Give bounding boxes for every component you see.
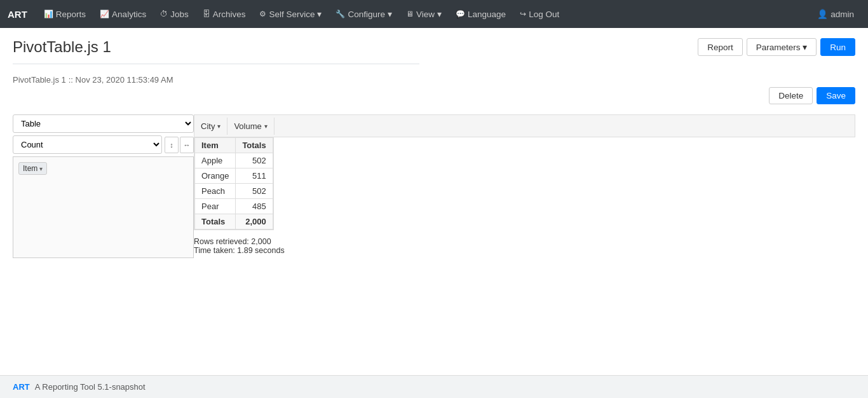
col-header-city[interactable]: City ▾ [194,118,227,135]
sort-icons: ↕ ↔ [165,137,194,153]
navbar: ART 📊 Reports 📈 Analytics ⏱ Jobs 🗄 Archi… [0,0,868,28]
pivot-table: Item Totals Apple502Orange511Peach502Pea… [194,137,273,230]
parameters-dropdown-arrow: ▾ [803,43,807,52]
nav-configure[interactable]: 🔧 Configure ▾ [329,0,398,28]
col-item: Item [195,138,236,153]
nav-items: 📊 Reports 📈 Analytics ⏱ Jobs 🗄 Archives … [37,0,811,28]
report-button[interactable]: Report [698,38,743,56]
aggregator-select[interactable]: Count [13,135,162,154]
nav-admin[interactable]: 👤 admin [811,0,860,28]
nav-right: 👤 admin [811,0,860,28]
nav-archives[interactable]: 🗄 Archives [196,0,252,28]
selfservice-dropdown-arrow: ▾ [317,9,322,19]
monitor-icon: 🖥 [406,10,414,18]
admin-icon: 👤 [817,9,828,19]
drag-zone[interactable]: Item ▾ [13,156,194,258]
archive-icon: 🗄 [203,10,210,18]
table-cell-item: Orange [195,168,236,184]
logout-icon: ↪ [520,10,526,18]
table-row: Orange511 [195,168,273,184]
run-button[interactable]: Run [820,38,855,56]
row-field-tag[interactable]: Item ▾ [18,162,47,175]
nav-jobs[interactable]: ⏱ Jobs [154,0,195,28]
table-row: Pear485 [195,199,273,214]
pivot-table-wrapper: Item Totals Apple502Orange511Peach502Pea… [194,137,274,230]
volume-arrow: ▾ [264,123,268,130]
nav-language[interactable]: 💬 Language [449,0,512,28]
pivot-right: City ▾ Volume ▾ Item Totals [194,114,855,255]
analytics-icon: 📈 [100,10,109,18]
aggregator-row: Count ↕ ↔ [13,135,194,154]
table-row: Peach502 [195,184,273,199]
footer-description: A Reporting Tool 5.1-snapshot [35,382,146,392]
bar-chart-icon: 📊 [44,10,53,18]
renderer-row: Table [13,114,194,133]
totals-value: 2,000 [236,214,273,230]
time-taken: Time taken: 1.89 seconds [194,246,855,255]
table-cell-item: Apple [195,153,236,168]
rows-retrieved: Rows retrieved: 2,000 [194,237,855,246]
table-cell-totals: 485 [236,199,273,214]
col-header-row: City ▾ Volume ▾ [194,114,855,137]
table-header-row: Item Totals [195,138,273,153]
report-subtitle: PivotTable.js 1 :: Nov 23, 2020 11:53:49… [13,74,855,85]
table-row: Apple502 [195,153,273,168]
city-arrow: ▾ [217,123,220,130]
view-dropdown-arrow: ▾ [437,9,442,19]
totals-label: Totals [195,214,236,230]
nav-logout[interactable]: ↪ Log Out [513,0,566,28]
table-cell-totals: 511 [236,168,273,184]
page-title: PivotTable.js 1 [13,38,111,56]
table-cell-totals: 502 [236,184,273,199]
col-totals: Totals [236,138,273,153]
table-cell-item: Pear [195,199,236,214]
sort-vertical-icon[interactable]: ↕ [165,137,179,153]
parameters-button[interactable]: Parameters ▾ [747,38,817,56]
table-cell-totals: 502 [236,153,273,168]
divider [13,64,419,64]
configure-dropdown-arrow: ▾ [388,9,392,19]
totals-row: Totals2,000 [195,214,273,230]
nav-analytics[interactable]: 📈 Analytics [93,0,153,28]
nav-selfservice[interactable]: ⚙ Self Service ▾ [253,0,328,28]
sort-horizontal-icon[interactable]: ↔ [180,137,194,153]
selfservice-icon: ⚙ [259,10,266,18]
language-icon: 💬 [456,10,465,18]
nav-view[interactable]: 🖥 View ▾ [400,0,448,28]
brand-logo[interactable]: ART [8,9,27,20]
renderer-select[interactable]: Table [13,114,194,133]
page-header: PivotTable.js 1 Report Parameters ▾ Run [13,38,855,56]
main-content: PivotTable.js 1 Report Parameters ▾ Run … [0,28,868,375]
pivot-area: Table Count ↕ ↔ Item ▾ [13,114,855,258]
footer-brand: ART [13,382,30,392]
footer: ART A Reporting Tool 5.1-snapshot [0,375,868,398]
pivot-left: Table Count ↕ ↔ Item ▾ [13,114,194,258]
row-field-arrow: ▾ [39,165,43,172]
save-button[interactable]: Save [817,87,855,104]
stats-area: Rows retrieved: 2,000 Time taken: 1.89 s… [194,237,855,255]
delete-button[interactable]: Delete [769,87,813,104]
table-cell-item: Peach [195,184,236,199]
action-row: Delete Save [13,87,855,104]
jobs-icon: ⏱ [160,10,168,18]
header-buttons: Report Parameters ▾ Run [698,38,855,56]
col-header-volume[interactable]: Volume ▾ [227,118,274,135]
wrench-icon: 🔧 [336,10,345,18]
nav-reports[interactable]: 📊 Reports [37,0,92,28]
